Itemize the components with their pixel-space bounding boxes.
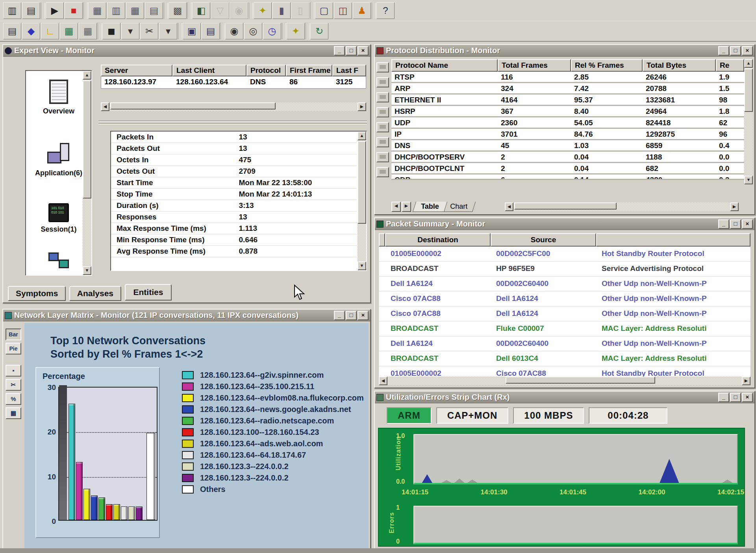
layer-filter-button[interactable] <box>376 107 389 117</box>
stop-button[interactable]: ■ <box>65 2 83 19</box>
network-matrix-titlebar[interactable]: Network Layer Matrix - Monitor (121 IP c… <box>3 310 370 321</box>
col-protocol[interactable]: Protocol <box>246 65 286 76</box>
module-transmit-button[interactable]: ▦ <box>126 2 144 19</box>
chart-button[interactable]: ◫ <box>334 2 352 19</box>
scroll-thumb[interactable] <box>358 141 366 224</box>
table-row[interactable]: Cisco 07AC88Dell 1A6124Other Udp non-Wel… <box>379 291 750 306</box>
layer-filter-button[interactable] <box>376 77 389 87</box>
scroll-thumb[interactable] <box>514 202 617 210</box>
scroll-right-icon[interactable]: ▶ <box>358 102 366 111</box>
stack-button[interactable]: ▮ <box>272 2 291 19</box>
col-last-client[interactable]: Last Client <box>172 65 246 76</box>
tab-analyses[interactable]: Analyses <box>69 286 121 301</box>
stat-row[interactable]: Duration (s)3:13 <box>111 200 357 212</box>
module-remote-button[interactable]: ▤ <box>145 2 163 19</box>
scroll-up-icon[interactable]: ▲ <box>358 132 366 140</box>
database-button[interactable]: ◆ <box>22 23 40 39</box>
maximize-button[interactable]: □ <box>730 46 741 56</box>
close-button[interactable]: × <box>358 46 369 56</box>
scroll-thumb[interactable] <box>110 102 276 109</box>
table-row[interactable]: CDP60.1443800.3 <box>391 174 744 180</box>
minimize-button[interactable]: _ <box>334 311 345 320</box>
splitter[interactable] <box>98 121 367 122</box>
display-menu-button[interactable]: ▾ <box>121 23 139 39</box>
display-button[interactable]: ◼ <box>102 23 120 39</box>
layer-filter-button[interactable] <box>376 62 389 72</box>
col-destination[interactable]: Destination <box>385 233 491 247</box>
sort-button[interactable]: % <box>6 393 21 405</box>
stat-row[interactable]: Octets In475 <box>111 154 357 166</box>
table-row[interactable]: Dell 1A612400D002C60400Other Udp non-Wel… <box>379 276 750 291</box>
table-row[interactable]: BROADCASTFluke C00007MAC Layer: Address … <box>379 321 750 336</box>
nav-item-application[interactable]: Application(6) <box>26 143 91 177</box>
nav-item-overview[interactable]: Overview <box>26 80 91 115</box>
col-info[interactable] <box>596 233 750 247</box>
detail-view-button[interactable]: ▩ <box>169 2 187 19</box>
layer-filter-button[interactable] <box>376 167 389 177</box>
scroll-thumb[interactable] <box>506 377 655 384</box>
scroll-thumb[interactable] <box>83 80 91 199</box>
col-rel-bytes[interactable]: Re <box>716 59 744 72</box>
user-button[interactable]: ♟ <box>353 2 371 19</box>
zoom-in-button[interactable]: ◉ <box>225 23 243 39</box>
splitter[interactable] <box>98 123 367 124</box>
grid-view-button[interactable]: ▦ <box>79 23 97 39</box>
close-button[interactable]: × <box>742 46 753 56</box>
col-source[interactable]: Source <box>491 233 596 247</box>
minimize-button[interactable]: _ <box>718 393 729 402</box>
maximize-button[interactable]: □ <box>346 46 357 56</box>
table-row[interactable]: 01005E00000200D002C5FC00Hot Standby Rout… <box>379 247 750 262</box>
pie-chart-button[interactable]: Pie <box>6 343 21 354</box>
expert-view-titlebar[interactable]: Expert View - Monitor _ □ × <box>3 45 370 57</box>
module-capture-button[interactable]: ▥ <box>107 2 125 19</box>
table-row[interactable]: ARP3247.42207881.5 <box>391 83 744 95</box>
protocol-hscroll[interactable]: ◀ ▶ <box>505 202 739 211</box>
start-button[interactable]: ▶ <box>46 2 64 19</box>
scroll-up-icon[interactable]: ▲ <box>83 71 91 80</box>
table-row[interactable]: Dell 1A612400D002C60400Other Udp non-Wel… <box>379 336 750 351</box>
scroll-right-icon[interactable]: ▶ <box>730 202 739 211</box>
packet-table-header[interactable]: Destination Source <box>379 233 750 247</box>
scroll-right-icon[interactable]: ▶ <box>742 377 750 385</box>
scroll-thumb[interactable] <box>744 69 753 112</box>
table-row[interactable]: 128.160.123.97 128.160.123.64 DNS 86 312… <box>101 76 366 89</box>
capture-filter-button[interactable]: ◧ <box>192 2 210 19</box>
nav-scrollbar[interactable]: ▲ ▼ <box>83 71 91 275</box>
col-total-frames[interactable]: Total Frames <box>498 59 571 72</box>
packet-summary-titlebar[interactable]: Packet Summary - Monitor _ □ × <box>375 218 754 230</box>
table-row[interactable]: UDP236054.0582441862 <box>391 117 744 129</box>
maximize-button[interactable]: □ <box>730 393 741 402</box>
chart-axes-button[interactable]: ∟ <box>41 23 59 39</box>
col-total-bytes[interactable]: Total Bytes <box>643 59 716 72</box>
minimize-button[interactable]: _ <box>718 46 729 56</box>
tile-windows-button[interactable]: ▣ <box>183 23 201 39</box>
table-row[interactable]: BROADCASTDell 6013C4MAC Layer: Address R… <box>379 351 750 366</box>
save-button[interactable]: ▥ <box>3 2 21 19</box>
nav-item-session[interactable]: 101 010010 101 Session(1) <box>26 203 91 234</box>
protocol-table-header[interactable]: Protocol Name Total Frames Rel % Frames … <box>391 59 744 72</box>
col-rel-frames[interactable]: Rel % Frames <box>571 59 643 72</box>
close-button[interactable]: × <box>742 393 753 402</box>
stat-row[interactable]: Stop TimeMon Mar 22 14:01:13 <box>111 189 357 200</box>
scroll-down-icon[interactable]: ▼ <box>744 176 753 184</box>
tab-scroll-left-icon[interactable]: ◀ <box>391 202 401 212</box>
table-row[interactable]: DNS451.0368590.4 <box>391 140 744 152</box>
web-button[interactable]: ◉ <box>230 2 248 19</box>
zoom-out-button[interactable]: ◎ <box>244 23 262 39</box>
stat-row[interactable]: Octets Out2709 <box>111 166 357 177</box>
maximize-button[interactable]: □ <box>730 219 741 229</box>
strip-chart-titlebar[interactable]: Utilization/Errors Strip Chart (Rx) _ □ … <box>375 392 754 403</box>
new-window-button[interactable]: ▢ <box>315 2 333 19</box>
tab-entities[interactable]: Entities <box>125 284 172 301</box>
layer-filter-button[interactable] <box>376 122 389 132</box>
print-button[interactable]: ▤ <box>22 2 40 19</box>
tab-table[interactable]: Table <box>413 202 447 212</box>
table-view-button[interactable]: ▦ <box>60 23 78 39</box>
stat-row[interactable]: Min Response Time (ms)0.646 <box>111 234 357 246</box>
log-button[interactable]: ▤ <box>3 23 21 39</box>
table-row[interactable]: BROADCASTHP 96F5E9Service Advertising Pr… <box>379 262 750 276</box>
display-filter-button[interactable]: ▽ <box>211 2 229 19</box>
window-list-button[interactable]: ▤ <box>202 23 220 39</box>
stat-row[interactable]: Avg Response Time (ms)0.878 <box>111 246 357 257</box>
layer-filter-button[interactable] <box>376 92 389 102</box>
